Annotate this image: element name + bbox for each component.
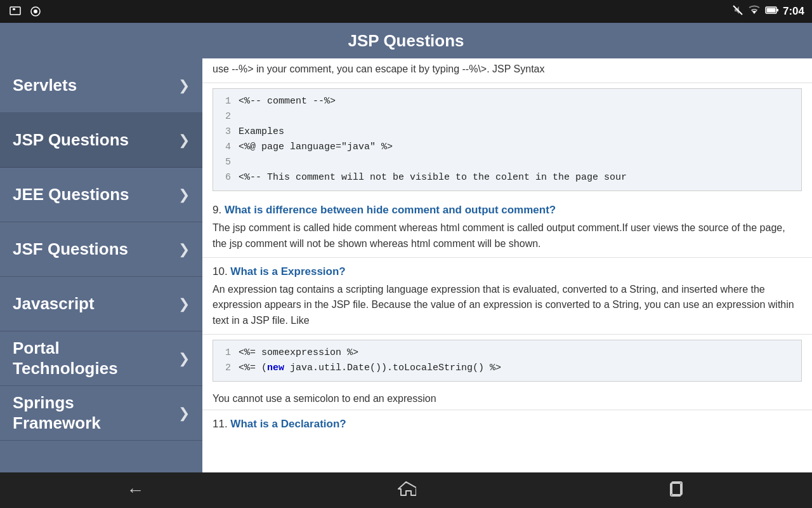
status-bar: 7:04: [0, 0, 812, 23]
code-line: 5: [221, 155, 794, 170]
svg-rect-1: [13, 8, 15, 10]
code-line: 1 <%-- comment --%>: [221, 94, 794, 109]
after-code-2-text: You cannot use a semicolon to end an exp…: [202, 387, 812, 410]
chevron-right-icon: ❯: [178, 296, 190, 312]
question-9-body: The jsp comment is called hide comment w…: [213, 220, 802, 252]
bottom-nav: ←: [0, 472, 812, 508]
sidebar-item-label: PortalTechnologies: [13, 338, 118, 378]
chevron-right-icon: ❯: [178, 405, 190, 422]
app-icon-2: [28, 4, 43, 19]
home-button[interactable]: [381, 478, 431, 503]
question-11-preview: 11. What is a Declaration?: [202, 410, 812, 434]
code-line: 2: [221, 109, 794, 124]
sidebar-item-label: Javascript: [13, 294, 95, 314]
battery-icon: [765, 6, 779, 17]
sidebar-item-jsf[interactable]: JSF Questions ❯: [0, 222, 202, 277]
status-bar-right: 7:04: [732, 4, 804, 18]
question-9-title: What is difference between hide comment …: [225, 204, 556, 216]
code-line: 1 <%= someexpression %>: [221, 345, 794, 361]
question-9-block: 9. What is difference between hide comme…: [202, 196, 812, 258]
wifi-icon: [747, 4, 761, 18]
svg-point-3: [34, 10, 37, 13]
question-10-title: What is a Expression?: [230, 265, 345, 277]
sidebar-item-servlets[interactable]: Servlets ❯: [0, 58, 202, 113]
back-button[interactable]: ←: [110, 478, 160, 503]
question-9-number: 9.: [213, 204, 225, 216]
svg-rect-7: [766, 8, 775, 13]
content-area[interactable]: use --%> in your comment, you can escape…: [202, 58, 812, 472]
sidebar-item-label: JSP Questions: [13, 130, 129, 150]
chevron-right-icon: ❯: [178, 241, 190, 258]
code-line: 2 <%= (new java.util.Date()).toLocaleStr…: [221, 361, 794, 376]
sidebar-item-label: JEE Questions: [13, 185, 129, 204]
recents-button[interactable]: [652, 478, 702, 503]
app-icon-1: [8, 4, 23, 19]
sidebar-item-label: Servlets: [13, 76, 77, 95]
sidebar-item-portal[interactable]: PortalTechnologies ❯: [0, 331, 202, 386]
question-10-number: 10.: [213, 265, 230, 277]
code-block-1: 1 <%-- comment --%> 2 3 Examples 4 <%@ p…: [213, 88, 802, 191]
svg-rect-0: [10, 7, 20, 15]
sidebar-item-jsp[interactable]: JSP Questions ❯: [0, 113, 202, 168]
chevron-right-icon: ❯: [178, 77, 190, 94]
back-icon: ←: [126, 480, 144, 500]
question-10-block: 10. What is a Expression? An expression …: [202, 258, 812, 335]
sidebar-item-springs[interactable]: SpringsFramework ❯: [0, 386, 202, 441]
code-line: 4 <%@ page language="java" %>: [221, 140, 794, 155]
chevron-right-icon: ❯: [178, 187, 190, 203]
sidebar-item-javascript[interactable]: Javascript ❯: [0, 277, 202, 331]
sidebar: Servlets ❯ JSP Questions ❯ JEE Questions…: [0, 58, 202, 472]
title-bar: JSP Questions: [0, 23, 812, 58]
time-display: 7:04: [783, 5, 804, 18]
sidebar-item-label: SpringsFramework: [13, 393, 101, 432]
main-layout: Servlets ❯ JSP Questions ❯ JEE Questions…: [0, 58, 812, 472]
question-10-body: An expression tag contains a scripting l…: [213, 282, 802, 329]
chevron-right-icon: ❯: [178, 351, 190, 367]
status-bar-left: [8, 4, 43, 19]
top-text: use --%> in your comment, you can escape…: [202, 58, 812, 83]
question-11-title-preview: What is a Declaration?: [230, 418, 346, 430]
code-block-2: 1 <%= someexpression %> 2 <%= (new java.…: [213, 340, 802, 382]
code-line: 3 Examples: [221, 124, 794, 140]
page-title: JSP Questions: [348, 31, 464, 51]
chevron-right-icon: ❯: [178, 132, 190, 149]
code-line: 6 <%-- This comment will not be visible …: [221, 170, 794, 185]
sidebar-item-label: JSF Questions: [13, 239, 128, 259]
sidebar-item-jee[interactable]: JEE Questions ❯: [0, 168, 202, 222]
mute-icon: [732, 4, 743, 18]
recents-icon: [668, 479, 686, 501]
svg-rect-6: [776, 9, 778, 11]
home-icon: [396, 479, 416, 501]
